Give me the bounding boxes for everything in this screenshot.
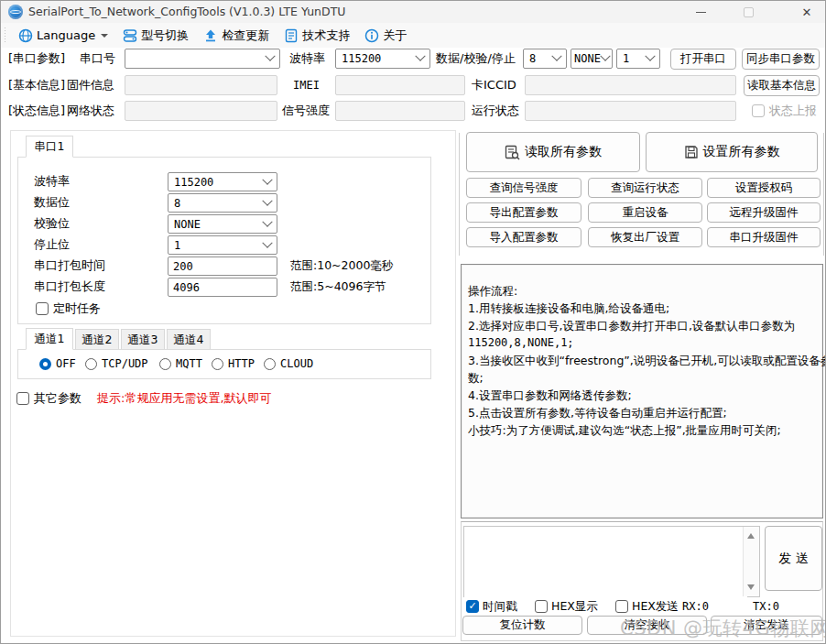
serial-upgrade-button[interactable]: 串口升级固件: [707, 227, 821, 247]
tab-channel-1[interactable]: 通道1: [26, 328, 73, 350]
scroll-down-icon[interactable]: [747, 584, 755, 590]
menu-check-update[interactable]: 检查更新: [196, 23, 277, 48]
menu-model-switch[interactable]: 型号切换: [115, 23, 196, 48]
reset-count-button[interactable]: 复位计数: [462, 616, 582, 635]
tab-serial-1[interactable]: 串口1: [26, 136, 73, 158]
serial1-stopbits-select[interactable]: 1: [168, 235, 277, 255]
chevron-down-icon: [262, 216, 272, 226]
send-button[interactable]: 发 送: [765, 526, 822, 591]
read-basic-info-button[interactable]: 读取基本信息: [744, 75, 820, 96]
mode-mqtt-radio[interactable]: [159, 358, 171, 370]
mode-http-radio[interactable]: [212, 358, 223, 370]
set-all-params-button[interactable]: 设置所有参数: [646, 132, 818, 172]
query-run-status-button[interactable]: 查询运行状态: [588, 178, 702, 198]
firmware-field: [125, 75, 277, 95]
tab-channel-2[interactable]: 通道2: [75, 329, 119, 350]
menu-language[interactable]: Language: [11, 23, 115, 48]
mode-off-radio[interactable]: [39, 358, 51, 370]
query-signal-button[interactable]: 查询信号强度: [466, 178, 581, 198]
remote-upgrade-button[interactable]: 远程升级固件: [707, 202, 821, 223]
signal-label: 信号强度: [282, 101, 330, 121]
serial1-baud-select[interactable]: 115200: [168, 172, 277, 191]
chevron-down-icon: [262, 237, 272, 247]
mode-cloud-radio[interactable]: [264, 358, 276, 370]
model-switch-icon: [123, 28, 137, 43]
menu-model-switch-label: 型号切换: [141, 27, 189, 44]
hex-send-label: HEX发送: [632, 596, 679, 617]
chevron-down-icon: [265, 51, 275, 61]
iccid-label: 卡ICCID: [472, 75, 516, 95]
pack-time-input[interactable]: [168, 257, 277, 276]
open-port-button[interactable]: 打开串口: [670, 49, 736, 70]
parity-value: NONE: [574, 52, 601, 65]
menu-tech-support[interactable]: 技术支持: [277, 23, 357, 48]
instruction-line: 小技巧:为了方便调试,建议勾选“状态上报”,批量应用时可关闭;: [468, 421, 816, 439]
databits-select[interactable]: 8: [523, 49, 567, 69]
document-icon: [284, 28, 299, 43]
maximize-button[interactable]: [730, 1, 766, 23]
mode-cloud-label: CLOUD: [280, 354, 313, 374]
field-label: 波特率: [34, 171, 70, 191]
close-button[interactable]: ✕: [787, 1, 826, 23]
app-logo-icon: [8, 5, 23, 19]
other-params-label: 其它参数: [34, 388, 82, 409]
port-select[interactable]: [125, 49, 280, 69]
export-config-button[interactable]: 导出配置参数: [466, 202, 581, 223]
window-title: SerialPort_To_Network_ConfigTools (V1.0.…: [28, 1, 345, 23]
hex-display-checkbox[interactable]: [535, 600, 548, 613]
timer-task-checkbox[interactable]: [36, 302, 49, 315]
network-field: [125, 101, 277, 121]
instruction-line: 2.选择对应串口号,设置串口参数并打开串口,设备默认串口参数为: [468, 317, 816, 334]
mode-off-label: OFF: [56, 354, 76, 374]
pack-time-range-hint: 范围:10~2000毫秒: [290, 256, 393, 276]
menu-about[interactable]: 关于: [357, 23, 414, 48]
databits-value: 8: [529, 52, 536, 65]
clear-receive-button[interactable]: 清空接收: [587, 616, 707, 635]
import-config-button[interactable]: 导入配置参数: [466, 227, 581, 247]
other-params-checkbox[interactable]: [16, 392, 29, 405]
network-label: 网络状态: [67, 101, 114, 121]
firmware-label: 固件信息: [67, 75, 114, 95]
set-authcode-button[interactable]: 设置授权码: [707, 178, 821, 198]
tab-channel-4[interactable]: 通道4: [167, 329, 211, 350]
instruction-line: 3.当接收区中收到“freestrong”,说明设备已开机,可以读取或配置设备参: [468, 352, 816, 369]
menu-language-label: Language: [37, 28, 95, 42]
instruction-line: 4.设置串口参数和网络透传参数;: [468, 387, 816, 404]
other-params-hint: 提示:常规应用无需设置,默认即可: [97, 388, 272, 409]
chevron-down-icon: [101, 34, 108, 38]
sync-serial-params-button[interactable]: 同步串口参数: [742, 49, 820, 70]
imei-field: [335, 75, 465, 95]
timestamp-checkbox[interactable]: [466, 600, 479, 613]
clear-send-button[interactable]: 清空发送: [711, 616, 822, 635]
serial1-databits-select[interactable]: 8: [168, 193, 277, 213]
instruction-line: 数;: [468, 369, 816, 387]
baud-select[interactable]: 115200: [335, 49, 430, 69]
read-all-params-button[interactable]: 读取所有参数: [466, 132, 640, 172]
send-input[interactable]: [464, 527, 747, 600]
factory-reset-button[interactable]: 恢复出厂设置: [588, 227, 702, 247]
mode-tcpudp-label: TCP/UDP: [102, 354, 148, 374]
timer-task-label: 定时任务: [53, 299, 101, 319]
serial1-stopbits-value: 1: [174, 239, 180, 252]
serial1-parity-select[interactable]: NONE: [168, 214, 277, 234]
serial1-databits-value: 8: [174, 197, 180, 210]
tab-channel-3[interactable]: 通道3: [121, 329, 165, 350]
pack-length-input[interactable]: [168, 278, 277, 297]
read-all-params-label: 读取所有参数: [525, 144, 602, 160]
info-icon: [364, 28, 379, 43]
menu-tech-support-label: 技术支持: [302, 27, 350, 44]
stopbits-select[interactable]: 1: [616, 49, 660, 69]
minimize-button[interactable]: [682, 1, 719, 23]
mode-http-label: HTTP: [228, 354, 255, 374]
scroll-up-icon[interactable]: [747, 533, 755, 539]
status-report-label: 状态上报: [769, 101, 817, 121]
send-scrollbar[interactable]: [743, 527, 759, 596]
app-window: { "window": { "title": "SerialPort_To_Ne…: [0, 0, 826, 644]
parity-select[interactable]: NONE: [571, 49, 613, 69]
hex-send-checkbox[interactable]: [615, 600, 628, 613]
chevron-down-icon: [415, 51, 425, 61]
mode-tcpudp-radio[interactable]: [85, 358, 97, 370]
toolbar-grip: [4, 27, 6, 43]
reboot-device-button[interactable]: 重启设备: [588, 202, 702, 223]
port-label: 串口号: [80, 49, 115, 69]
